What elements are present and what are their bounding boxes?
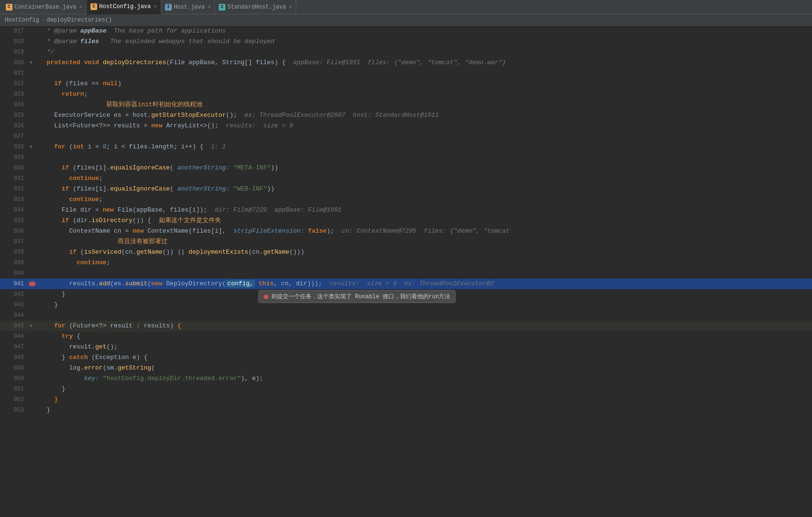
code-line-944: 944 bbox=[0, 310, 812, 321]
line-number-934: 934 bbox=[0, 207, 29, 214]
code-line-919: 919 */ bbox=[0, 47, 812, 57]
close-tab-host-config[interactable]: × bbox=[154, 4, 157, 10]
tab-icon-host: I bbox=[165, 4, 172, 11]
line-number-936: 936 bbox=[0, 228, 29, 235]
code-line-933: 933 continue; bbox=[0, 194, 812, 205]
line-content-917: * @param appBase The base path for appli… bbox=[36, 26, 812, 36]
breadcrumb-method[interactable]: deployDirectories() bbox=[46, 17, 112, 23]
code-line-934: 934 File dir = new File(appBase, files[i… bbox=[0, 205, 812, 215]
line-number-933: 933 bbox=[0, 196, 29, 203]
line-content-924: 获取到容器init时初始化的线程池 bbox=[36, 100, 812, 110]
line-number-921: 921 bbox=[0, 70, 29, 77]
line-content-951: } bbox=[36, 384, 812, 394]
line-number-926: 926 bbox=[0, 123, 29, 129]
code-line-927: 927 bbox=[0, 131, 812, 142]
code-line-928: 928▼ for (int i = 0; i < files.length; i… bbox=[0, 142, 812, 152]
code-line-937: 937 而且没有被部署过 bbox=[0, 236, 812, 247]
line-number-942: 942 bbox=[0, 291, 29, 298]
line-content-941: results.add(es.submit(new DeployDirector… bbox=[36, 279, 812, 289]
code-line-950: 950 key: "hostConfig.deployDir.threaded.… bbox=[0, 373, 812, 384]
line-number-922: 922 bbox=[0, 80, 29, 87]
fold-arrow-icon[interactable]: ▼ bbox=[30, 324, 35, 329]
code-line-941: 941 results.add(es.submit(new DeployDire… bbox=[0, 279, 812, 289]
line-number-948: 948 bbox=[0, 354, 29, 361]
close-tab-container-base[interactable]: × bbox=[79, 4, 83, 10]
code-area[interactable]: 917 * @param appBase The base path for a… bbox=[0, 26, 812, 514]
code-lines: 917 * @param appBase The base path for a… bbox=[0, 26, 812, 514]
code-line-938: 938 if (isServiced(cn.getName()) || depl… bbox=[0, 247, 812, 258]
line-content-946: try { bbox=[36, 331, 812, 342]
line-number-931: 931 bbox=[0, 175, 29, 182]
line-number-924: 924 bbox=[0, 101, 29, 108]
code-line-936: 936 ContextName cn = new ContextName(fil… bbox=[0, 226, 812, 236]
line-number-925: 925 bbox=[0, 112, 29, 119]
editor-window: C ContainerBase.java × C HostConfig.java… bbox=[0, 0, 812, 514]
tab-icon-standard-host: C bbox=[219, 4, 225, 11]
tab-container-base[interactable]: C ContainerBase.java × bbox=[2, 0, 87, 14]
code-line-930: 930 if (files[i].equalsIgnoreCase( anoth… bbox=[0, 163, 812, 173]
code-line-922: 922 if (files == null) bbox=[0, 79, 812, 89]
code-line-929: 929 bbox=[0, 152, 812, 163]
breakpoint-tooltip: 则提交一个任务，这个类实现了 Runable 接口，我们看他的run方法 bbox=[258, 290, 456, 303]
code-line-935: 935 if (dir.isDirectory()) { 如果这个文件是文件夹 bbox=[0, 215, 812, 226]
line-content-923: return; bbox=[36, 89, 812, 100]
code-line-917: 917 * @param appBase The base path for a… bbox=[0, 26, 812, 36]
code-line-939: 939 continue; bbox=[0, 258, 812, 268]
editor-body: 917 * @param appBase The base path for a… bbox=[0, 26, 812, 514]
breadcrumb-class[interactable]: HostConfig bbox=[5, 17, 39, 23]
line-number-939: 939 bbox=[0, 259, 29, 266]
line-number-932: 932 bbox=[0, 186, 29, 192]
tab-host-config[interactable]: C HostConfig.java × bbox=[87, 0, 161, 14]
line-content-950: key: "hostConfig.deployDir.threaded.erro… bbox=[36, 373, 812, 384]
code-line-918: 918 * @param files The exploded webapps … bbox=[0, 36, 812, 47]
code-line-926: 926 List<Future<?>> results = new ArrayL… bbox=[0, 121, 812, 131]
line-content-933: continue; bbox=[36, 194, 812, 205]
fold-arrow-icon[interactable]: ▼ bbox=[30, 145, 35, 150]
code-line-947: 947 result.get(); bbox=[0, 342, 812, 352]
line-content-936: ContextName cn = new ContextName(files[i… bbox=[36, 226, 812, 236]
breadcrumb-sep: › bbox=[41, 17, 44, 23]
line-bp-920[interactable]: ▼ bbox=[29, 60, 36, 66]
line-content-938: if (isServiced(cn.getName()) || deployme… bbox=[36, 247, 812, 258]
close-tab-standard-host[interactable]: × bbox=[289, 4, 292, 10]
line-content-948: } catch (Exception e) { bbox=[36, 352, 812, 363]
code-line-945: 945▼ for (Future<?> result : results) { bbox=[0, 321, 812, 331]
line-content-930: if (files[i].equalsIgnoreCase( anotherSt… bbox=[36, 163, 812, 173]
line-content-928: for (int i = 0; i < files.length; i++) {… bbox=[36, 142, 812, 152]
line-number-923: 923 bbox=[0, 91, 29, 98]
code-line-946: 946 try { bbox=[0, 331, 812, 342]
code-line-952: 952 } bbox=[0, 394, 812, 405]
code-line-951: 951 } bbox=[0, 384, 812, 394]
close-tab-host[interactable]: × bbox=[208, 4, 211, 10]
code-line-948: 948 } catch (Exception e) { bbox=[0, 352, 812, 363]
tab-icon-container-base: C bbox=[6, 4, 12, 11]
line-number-953: 953 bbox=[0, 407, 29, 414]
line-content-932: if (files[i].equalsIgnoreCase( anotherSt… bbox=[36, 184, 812, 194]
line-content-937: 而且没有被部署过 bbox=[36, 236, 812, 247]
tab-host[interactable]: I Host.java × bbox=[161, 0, 215, 14]
tab-label-container-base: ContainerBase.java bbox=[14, 4, 77, 11]
line-number-918: 918 bbox=[0, 38, 29, 45]
line-number-919: 919 bbox=[0, 49, 29, 56]
line-content-949: log.error(sm.getString( bbox=[36, 363, 812, 373]
line-bp-945[interactable]: ▼ bbox=[29, 324, 36, 329]
code-line-921: 921 bbox=[0, 68, 812, 79]
tab-bar: C ContainerBase.java × C HostConfig.java… bbox=[0, 0, 812, 14]
line-bp-941[interactable] bbox=[29, 281, 36, 287]
line-content-947: result.get(); bbox=[36, 342, 812, 352]
line-number-947: 947 bbox=[0, 344, 29, 350]
breadcrumb: HostConfig › deployDirectories() bbox=[0, 14, 812, 26]
line-number-935: 935 bbox=[0, 217, 29, 224]
breakpoint-arrow-icon bbox=[29, 281, 36, 287]
line-content-922: if (files == null) bbox=[36, 79, 812, 89]
line-content-919: */ bbox=[36, 47, 812, 57]
line-number-952: 952 bbox=[0, 396, 29, 403]
tab-label-host: Host.java bbox=[174, 4, 205, 11]
line-bp-928[interactable]: ▼ bbox=[29, 145, 36, 150]
tab-label-host-config: HostConfig.java bbox=[99, 3, 151, 10]
fold-arrow-icon[interactable]: ▼ bbox=[30, 60, 35, 66]
tooltip-dot-icon bbox=[264, 294, 268, 299]
line-number-941: 941 bbox=[0, 281, 29, 287]
line-number-917: 917 bbox=[0, 28, 29, 34]
tab-standard-host[interactable]: C StandardHost.java × bbox=[215, 0, 296, 14]
